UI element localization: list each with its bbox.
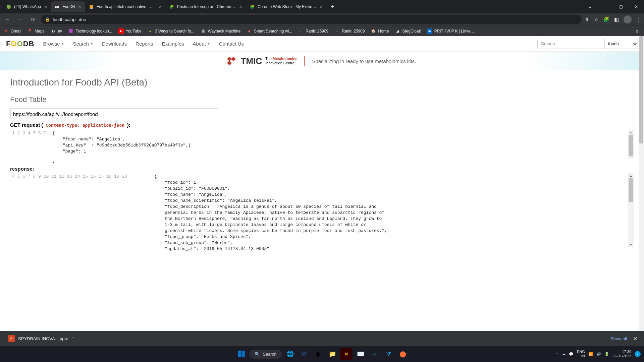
- explorer-icon[interactable]: 📁: [326, 348, 338, 360]
- nav-about[interactable]: About▼: [193, 41, 210, 47]
- tmic-logo[interactable]: TMIC The Metabolomics Innovation Centre: [228, 56, 305, 66]
- scroll-up-icon[interactable]: ▲: [628, 173, 634, 178]
- scrollbar-thumb[interactable]: [639, 36, 643, 143]
- reload-button[interactable]: ⟳: [28, 15, 38, 24]
- scroll-up-icon[interactable]: ▲: [628, 130, 634, 135]
- mail-icon[interactable]: ✉️: [355, 348, 367, 360]
- back-button[interactable]: ←: [3, 15, 12, 24]
- bookmark-technology[interactable]: 🟪Technology lookup...: [68, 28, 112, 34]
- close-icon[interactable]: ×: [44, 4, 48, 9]
- show-all-downloads-button[interactable]: Show all: [610, 336, 627, 341]
- bookmark-av[interactable]: ◐av: [51, 28, 62, 34]
- word-icon[interactable]: W: [298, 348, 310, 360]
- nav-contact[interactable]: Contact Us: [219, 41, 244, 47]
- bookmark-maps[interactable]: 📍Maps: [27, 28, 44, 34]
- bookmark-label: Technology lookup...: [75, 29, 112, 34]
- illustrator-icon[interactable]: Ai: [340, 348, 353, 360]
- vscode-icon[interactable]: ⧩: [383, 348, 395, 360]
- site-search-type-select[interactable]: foods: [604, 39, 638, 49]
- tab-stackoverflow[interactable]: 📙 Foodb api fetch react native - Sta ×: [85, 1, 166, 12]
- section-title: Food Table: [10, 95, 634, 104]
- meet-now-icon[interactable]: 💬: [569, 352, 574, 356]
- volume-icon[interactable]: 🔊: [596, 352, 601, 356]
- onedrive-icon[interactable]: ☁: [562, 352, 566, 356]
- code-scrollbar[interactable]: ▲ ▼: [628, 173, 634, 247]
- bookmark-label: Wayback Machine: [208, 29, 241, 34]
- tab-postman[interactable]: 🧩 Postman Interceptor - Chrome W ×: [166, 1, 246, 12]
- clock[interactable]: 17:3922-01-2023: [612, 350, 631, 358]
- scrollbar-thumb[interactable]: [629, 178, 633, 202]
- nav-search[interactable]: Search▼: [73, 41, 93, 47]
- wifi-icon[interactable]: 📶: [588, 352, 593, 356]
- windows-taskbar: 🔍Search 🌐 W ◉ 📁 Ai ✉️ ∞ ⧩ ⬤ ⌃ ☁ 💬 ENGIN …: [0, 346, 644, 362]
- tab-whatsapp[interactable]: 🟢 (24) WhatsApp ×: [3, 1, 51, 12]
- scroll-down-icon[interactable]: ▼: [628, 242, 634, 247]
- bookmark-rank1[interactable]: ▪Rank: 25909: [298, 28, 328, 34]
- minimize-button[interactable]: —: [598, 0, 613, 13]
- tray-chevron-icon[interactable]: ⌃: [555, 352, 558, 356]
- bookmark-label: 3 Ways to Search fo...: [155, 29, 195, 34]
- chrome-icon[interactable]: ◉: [312, 348, 324, 360]
- chrome-menu-chevron-icon[interactable]: ⌄: [582, 0, 598, 13]
- nav-downloads[interactable]: Downloads: [102, 41, 127, 47]
- address-bar[interactable]: 🔒 foodb.ca/api_doc: [41, 15, 582, 24]
- star-icon[interactable]: ☆: [594, 16, 598, 22]
- chevron-up-icon[interactable]: ⌃: [71, 337, 74, 341]
- home-icon: 🏠: [371, 28, 376, 34]
- forward-button[interactable]: →: [15, 15, 25, 24]
- bookmark-home[interactable]: 🏠Home: [371, 28, 389, 34]
- close-icon[interactable]: ×: [239, 4, 243, 9]
- close-icon[interactable]: ×: [158, 4, 162, 9]
- close-icon[interactable]: ×: [319, 4, 323, 9]
- bookmarks-overflow-button[interactable]: »: [636, 28, 641, 34]
- kebab-menu-icon[interactable]: ⋮: [636, 16, 641, 22]
- notifications-badge[interactable]: 2: [635, 351, 641, 357]
- request-code[interactable]: { "food_name": "Angelica", "api_key" : "…: [49, 130, 634, 163]
- scrollbar-thumb[interactable]: [629, 135, 633, 156]
- foodb-logo[interactable]: FOODB: [6, 40, 34, 48]
- bookmark-3ways[interactable]: ●3 Ways to Search fo...: [148, 28, 195, 34]
- tmic-subtitle: The Metabolomics Innovation Centre: [265, 57, 297, 65]
- bookmark-wayback[interactable]: 🏛Wayback Machine: [201, 28, 241, 34]
- tab-webstore[interactable]: 🧩 Chrome Web Store - My Extensio ×: [246, 1, 327, 12]
- share-icon[interactable]: ⇪: [585, 16, 589, 22]
- taskbar-search[interactable]: 🔍Search: [249, 350, 282, 359]
- close-window-button[interactable]: ✕: [629, 0, 644, 13]
- response-label: response:: [10, 166, 634, 172]
- nav-browse[interactable]: Browse▼: [43, 41, 64, 47]
- bookmark-smart[interactable]: ■Smart Searching wi...: [247, 28, 292, 34]
- download-item[interactable]: P SPYDRAIN INOVA....pptx ⌃: [5, 334, 78, 343]
- tab-title: (24) WhatsApp: [14, 4, 41, 9]
- start-button[interactable]: [235, 348, 247, 360]
- bookmark-label: Maps: [35, 29, 44, 34]
- edge-icon[interactable]: 🌐: [284, 348, 296, 360]
- arduino-icon[interactable]: ∞: [369, 348, 381, 360]
- code-scrollbar[interactable]: ▲ ▼: [628, 130, 634, 159]
- extensions-icon[interactable]: 🧩: [603, 16, 609, 22]
- language-indicator[interactable]: ENGIN: [577, 350, 585, 358]
- tab-foodb[interactable]: DB FooDB ×: [51, 1, 85, 12]
- api-url-input[interactable]: https://foodb.ca/api/v1/foodreport/food: [10, 109, 218, 119]
- maximize-button[interactable]: ▢: [613, 0, 629, 13]
- postman-icon[interactable]: ⬤: [397, 348, 409, 360]
- nav-reports[interactable]: Reports: [136, 41, 153, 47]
- nav-label: Browse: [43, 41, 60, 47]
- bookmark-youtube[interactable]: ▶YouTube: [118, 28, 142, 34]
- page-scrollbar[interactable]: [639, 36, 644, 331]
- line-numbers: 4 5 6 7 8 9 10 11 12 13 14 15 16 17 18 1…: [10, 173, 130, 252]
- response-code[interactable]: { "food_id": 1, "public_id": "FOOD00001"…: [130, 173, 634, 252]
- profile-avatar[interactable]: [624, 15, 632, 23]
- site-search-input[interactable]: [537, 39, 604, 49]
- battery-icon[interactable]: 🔋: [604, 352, 609, 356]
- nav-examples[interactable]: Examples: [162, 41, 184, 47]
- new-tab-button[interactable]: +: [327, 3, 338, 10]
- hex-icon: [228, 57, 237, 65]
- close-icon[interactable]: ×: [78, 4, 82, 9]
- bookmark-linkedin[interactable]: inPRITHVI P K | Linke...: [427, 28, 474, 34]
- bookmark-rank2[interactable]: ▪Rank: 25909: [334, 28, 365, 34]
- bookmark-gmail[interactable]: MGmail: [3, 28, 21, 34]
- bookmark-stegcloak[interactable]: ◢StegCloak: [395, 28, 421, 34]
- stegcloak-icon: ◢: [395, 28, 400, 34]
- sidepanel-icon[interactable]: ◧: [614, 16, 619, 22]
- close-downloads-bar-button[interactable]: ✕: [631, 336, 639, 342]
